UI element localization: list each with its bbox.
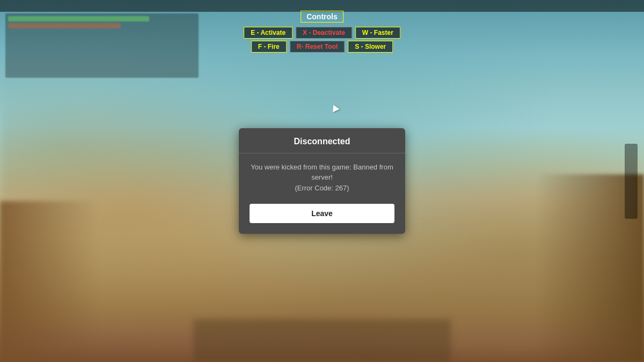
modal-message-line3: (Error Code: 267)	[295, 184, 349, 192]
modal-footer: Leave	[239, 202, 405, 223]
modal-title: Disconnected	[250, 137, 394, 146]
modal-message: You were kicked from this game: Banned f…	[250, 162, 394, 194]
modal-message-line2: server!	[311, 173, 333, 181]
modal-overlay: Disconnected You were kicked from this g…	[0, 0, 644, 362]
modal-header: Disconnected	[239, 128, 405, 153]
modal-body: You were kicked from this game: Banned f…	[239, 153, 405, 202]
leave-button[interactable]: Leave	[250, 204, 394, 223]
modal-message-line1: You were kicked from this game: Banned f…	[251, 163, 393, 171]
disconnected-modal: Disconnected You were kicked from this g…	[239, 128, 405, 234]
